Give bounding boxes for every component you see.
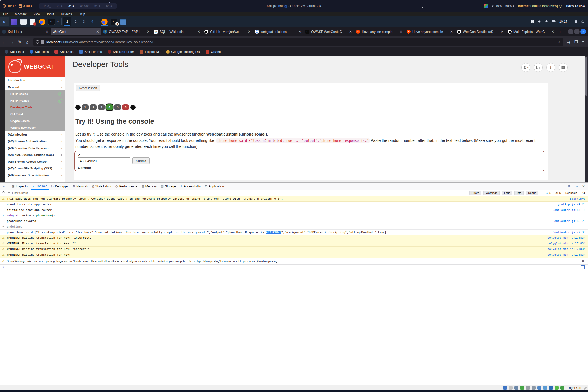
filter-info-button[interactable]: Info [514,191,524,195]
lock-icon[interactable] [574,20,578,23]
taskbar-workspace-3[interactable]: 3 [80,17,88,26]
report-card-button[interactable] [534,63,543,72]
menu-view[interactable]: View [34,12,40,16]
sidebar-item-a7-cross-site-scripting-xss[interactable]: (A7) Cross-Site Scripting (XSS)› [5,165,65,172]
app-launcher-display[interactable] [10,17,19,26]
reload-button[interactable]: ↻ [16,40,23,44]
pagination-page-3[interactable]: 3 [98,104,105,110]
pagination-page-5[interactable]: 5 [114,104,121,110]
browser-tab[interactable]: WebGoat✕ [51,28,101,35]
sidebar-item-a8-insecure-deserialization[interactable]: (A8) Insecure Deserialization› [5,172,65,179]
browser-tab[interactable]: WebGoatSolutions/S✕ [455,28,505,35]
url-bar[interactable]: localhost:8080/WebGoat/start.mvc#lesson/… [33,38,564,46]
menu-file[interactable]: File [3,12,8,16]
menu-input[interactable]: Input [47,12,54,16]
bookmark-item[interactable]: Kali Forums [79,50,102,54]
status-sync-icon[interactable] [555,386,559,390]
devtools-tab-performance[interactable]: ◷Performance [113,183,139,190]
app-launcher-files[interactable] [19,17,28,26]
tab-close-icon[interactable]: ✕ [96,30,99,34]
console-source-link[interactable]: polyglot.min.js:17:834 [547,247,588,251]
launcher-dropdown-icon[interactable]: ▾ [57,20,59,23]
browser-tab[interactable]: ᴖHave anyone comple✕ [354,28,404,35]
taskbar-workspace-1[interactable]: 1 [63,17,71,26]
sidebar-item-introduction[interactable]: Introduction› [5,77,65,84]
bookmark-star-icon[interactable]: ☆ [558,40,561,44]
devtools-tab-memory[interactable]: ▦Memory [139,183,159,190]
filter-css-button[interactable]: CSS [544,191,552,195]
taskbar-clock[interactable]: 10:17 [559,20,567,23]
console-sidebar-toggle-icon[interactable] [581,265,585,269]
notification-bell-icon[interactable] [545,20,548,23]
sidebar-item-a4-xml-external-entities-xxe[interactable]: (A4) XML External Entities (XXE)› [5,151,65,158]
workspace-switcher[interactable]: 1:>_2:●3:●4:</>5:●6:● [39,3,117,9]
console-row-result[interactable]: ←undefined [0,224,588,230]
workspace-indicator[interactable]: 3:● [68,4,74,8]
bookmark-item[interactable]: Kali Tools [30,50,49,54]
devtools-close-icon[interactable]: ✕ [582,184,585,188]
webgoat-logo[interactable]: WEBGOAT [5,56,65,77]
console-source-link[interactable]: polyglot.min.js:17:834 [547,236,588,240]
bookmark-item[interactable]: Kali Docs [54,50,74,54]
menu-icon[interactable]: ≡ [582,40,584,44]
status-windows-icon[interactable] [543,386,547,390]
status-cd-icon[interactable] [509,386,513,390]
window-maximize-button[interactable] [574,29,580,34]
pagination-page-4[interactable]: 4 [106,104,113,110]
pagination-page-6[interactable]: 6 [122,104,129,110]
browser-tab[interactable]: WSQL – Wikipedia✕ [152,28,202,35]
filter-xhr-button[interactable]: XHR [554,191,562,195]
filter-warnings-button[interactable]: Warnings [483,191,500,195]
sidebar-item-a2-broken-authentication[interactable]: (A2) Broken Authentication› [5,138,65,145]
tab-close-icon[interactable]: ✕ [46,30,48,34]
status-display-icon[interactable] [537,386,541,390]
window-close-button[interactable]: × [580,29,586,34]
taskbar-workspace-2[interactable]: 2 [72,17,79,26]
console-source-link[interactable]: GoatRouter.js:77:33 [553,231,588,234]
element-picker-icon[interactable]: ⌖ [0,184,8,188]
bookmark-item[interactable]: OffSec [206,50,221,54]
page-scrollbar[interactable] [585,56,588,182]
console-row-warn[interactable]: ⚠This page uses the non standard propert… [0,196,588,202]
status-network-icon[interactable] [520,386,524,390]
console-row-cmd[interactable]: »webgoat.customjs.phoneHome() [0,213,588,219]
tab-close-icon[interactable]: ✕ [349,30,352,34]
battery-icon[interactable] [552,20,556,23]
devtools-tab-accessibility[interactable]: ✚Accessibility [178,183,203,190]
console-row-warn[interactable]: ⚠WARNING: Missing translation for key: "… [0,247,588,252]
pagination-page-1[interactable]: 1 [82,104,89,110]
back-button[interactable]: ← [0,40,8,44]
menu-machine[interactable]: Machine [15,12,27,16]
shield-icon[interactable] [36,40,39,44]
console-source-link[interactable]: polyglot.min.js:17:834 [547,253,588,256]
console-row-log[interactable]: phone home said {"lessonCompleted":true,… [0,230,588,235]
sidebar-item-http-proxies[interactable]: HTTP Proxies✔ [5,97,65,104]
console-row-log[interactable]: about to create app routergoatApp.js:24:… [0,202,588,207]
responsive-mode-icon[interactable]: ⧉ [568,184,570,188]
scrollbar-thumb[interactable] [585,57,587,96]
tab-close-icon[interactable]: ✕ [147,30,150,34]
open-window-firefox[interactable] [100,17,109,26]
filter-debug-button[interactable]: Debug [526,191,538,195]
volume-icon[interactable] [538,20,541,23]
devtools-tab-network[interactable]: ⇅Network [71,183,90,190]
devtools-tab-storage[interactable]: ▤Storage [159,183,178,190]
reset-lesson-button[interactable]: Reset lesson [76,85,100,91]
library-icon[interactable]: ▤ [567,40,570,44]
clipboard-icon[interactable] [531,20,534,23]
workspace-indicator[interactable]: 1:>_ [43,4,51,8]
workspace-indicator[interactable]: 4:</> [80,4,89,8]
status-folder-icon[interactable] [532,386,536,390]
pagination-page-2[interactable]: 2 [90,104,97,110]
sidebar-item-a1-injection[interactable]: (A1) Injection› [5,131,65,138]
menu-help[interactable]: Help [79,12,85,16]
contact-button[interactable] [559,63,568,72]
console-input-row[interactable]: » [0,264,588,270]
filter-errors-button[interactable]: Errors [469,191,482,195]
tab-close-icon[interactable]: ✕ [248,30,251,34]
taskbar-workspace-4[interactable]: 4 [88,17,96,26]
bookmark-item[interactable]: Kali NetHunter [108,50,134,54]
logout-icon[interactable] [581,20,584,23]
submit-button[interactable]: Submit [132,157,150,164]
sidebar-item-http-basics[interactable]: HTTP Basics✔ [5,90,65,97]
